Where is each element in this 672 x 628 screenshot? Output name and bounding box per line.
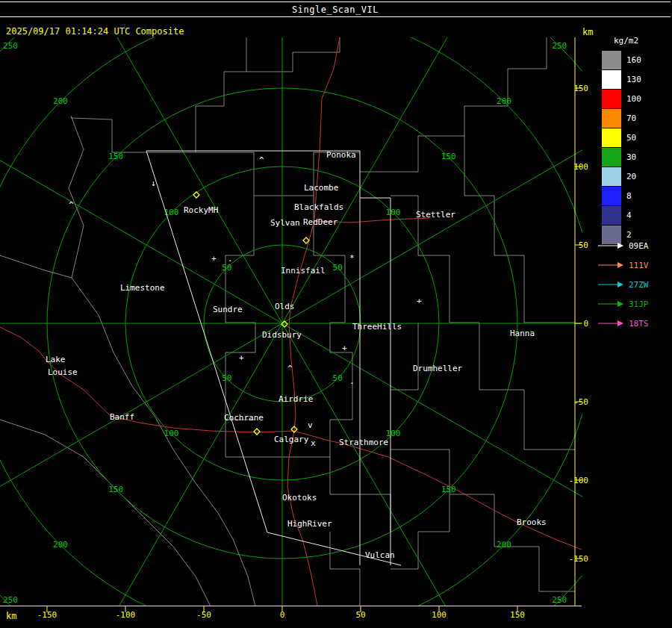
legend-value: 130 [626, 75, 641, 84]
range-ring-label: 200 [53, 96, 68, 106]
point-marker-icon: . [228, 254, 233, 264]
county-boundary-line [391, 494, 449, 569]
legend-value: 160 [626, 55, 641, 65]
legend-unit-label: kg/m2 [614, 36, 671, 46]
legend-value: 50 [626, 133, 636, 143]
legend-value: 30 [626, 152, 636, 162]
radar-app-window: { "window": { "title": "Single_Scan_VIL"… [0, 0, 672, 628]
right-axis-tick-label: -100 [569, 476, 589, 485]
legend-rows: 16013010070503020842 [602, 50, 671, 244]
range-ring-label: 50 [333, 263, 343, 273]
storm-track-arrow-icon [597, 319, 624, 328]
radar-map-canvas: 5050505010010010010015015015015020020020… [0, 0, 672, 628]
storm-track-arrow-icon [597, 299, 624, 308]
range-ring-label: 250 [3, 595, 18, 605]
city-label: ThreeHills [352, 322, 402, 332]
city-label: Strathmore [339, 438, 388, 447]
point-marker-icon: + [239, 353, 244, 363]
city-label: Airdrie [279, 394, 313, 404]
city-label: Limestone [120, 283, 165, 293]
city-label: Olds [275, 302, 295, 311]
city-label: Drumheller [413, 364, 463, 373]
range-ring-label: 250 [552, 41, 567, 51]
bottom-axis-tick-label: -100 [116, 610, 136, 620]
bottom-axis-tick-label: 0 [280, 610, 285, 620]
storm-track-row: 18TS [597, 314, 649, 333]
storm-track-id-label: 18TS [629, 319, 649, 329]
county-boundary-line [146, 37, 246, 152]
azimuth-line [66, 0, 282, 323]
range-ring-label: 250 [3, 41, 18, 51]
point-marker-icon: ^ [287, 364, 293, 373]
arrow-head [617, 301, 623, 307]
point-marker-icon: v [308, 420, 313, 430]
range-ring-label: 50 [222, 373, 231, 383]
point-marker-icon: ↓ [151, 178, 156, 188]
county-boundary-line [0, 420, 211, 606]
range-ring-label: 250 [552, 595, 567, 605]
bottom-axis-tick-label: -150 [37, 610, 57, 620]
storm-track-id-label: 27ZW [629, 280, 649, 290]
city-label: Calgary [274, 435, 309, 444]
range-ring-label: 150 [441, 485, 456, 494]
city-label: Sundre [213, 305, 243, 314]
range-ring-label: 100 [164, 429, 179, 438]
legend-color-swatch [602, 90, 621, 108]
arrow-head [617, 282, 623, 287]
legend-color-swatch [602, 51, 621, 69]
legend-row: 20 [602, 167, 671, 186]
bottom-axis-tick-label: -50 [196, 610, 211, 620]
county-boundary-line [0, 255, 72, 278]
city-label: RockyMH [184, 205, 218, 215]
legend-color-swatch [602, 109, 621, 128]
storm-track-arrow-icon [597, 241, 624, 250]
arrow-head [617, 262, 623, 268]
arrow-head [617, 243, 623, 249]
range-ring-label: 100 [386, 208, 401, 217]
legend-row: 100 [602, 89, 671, 108]
storm-cell-diamond-icon [254, 429, 260, 435]
county-boundary-line [246, 37, 340, 72]
city-label: Didsbury [262, 330, 302, 340]
storm-track-row: 111V [597, 255, 649, 275]
legend-row: 160 [602, 50, 671, 69]
legend-value: 100 [626, 94, 641, 104]
range-ring-label: 200 [53, 540, 68, 550]
range-ring-label: 50 [222, 263, 231, 273]
city-label: Lake [46, 355, 66, 364]
legend-color-swatch [602, 187, 621, 205]
right-axis-tick-label: -50 [573, 397, 588, 407]
right-axis-tick-label: -150 [569, 554, 589, 564]
point-marker-icon: . [349, 376, 355, 386]
bottom-axis-tick-label: 50 [355, 610, 365, 620]
legend-color-swatch [602, 206, 621, 225]
county-boundary-line [71, 118, 146, 152]
city-label: Blackfalds [294, 202, 343, 212]
storm-track-legend: 09EA111V27ZW31JP18TS [597, 236, 649, 333]
point-marker-icon: ^ [69, 200, 74, 210]
storm-track-id-label: 09EA [629, 241, 649, 251]
city-label: Hanna [510, 329, 535, 338]
point-marker-icon: + [211, 254, 217, 264]
storm-track-id-label: 31JP [629, 299, 649, 309]
legend-row: 30 [602, 147, 671, 167]
city-label: Ponoka [326, 150, 356, 160]
legend-row: 50 [602, 128, 671, 147]
right-axis-tick-label: 100 [573, 162, 588, 172]
range-rings-layer: 5050505010010010010015015015015020020020… [0, 0, 672, 628]
city-label: Sylvan [270, 218, 300, 228]
county-boundary-line [391, 323, 418, 390]
range-ring-label: 150 [108, 485, 123, 494]
city-label: Lacombe [304, 183, 338, 193]
right-axis-tick-label: 0 [583, 319, 588, 329]
bottom-axis-tick-label: 100 [432, 610, 447, 620]
legend-color-swatch [602, 148, 621, 167]
county-boundary-line [330, 532, 360, 606]
city-label: RedDeer [303, 217, 338, 227]
county-boundary-line [225, 420, 255, 457]
legend-value: 70 [626, 114, 636, 123]
arrow-head [617, 320, 623, 326]
legend-row: 8 [602, 186, 671, 205]
point-marker-icon: x [311, 438, 316, 448]
scan-area-edge [267, 532, 401, 565]
